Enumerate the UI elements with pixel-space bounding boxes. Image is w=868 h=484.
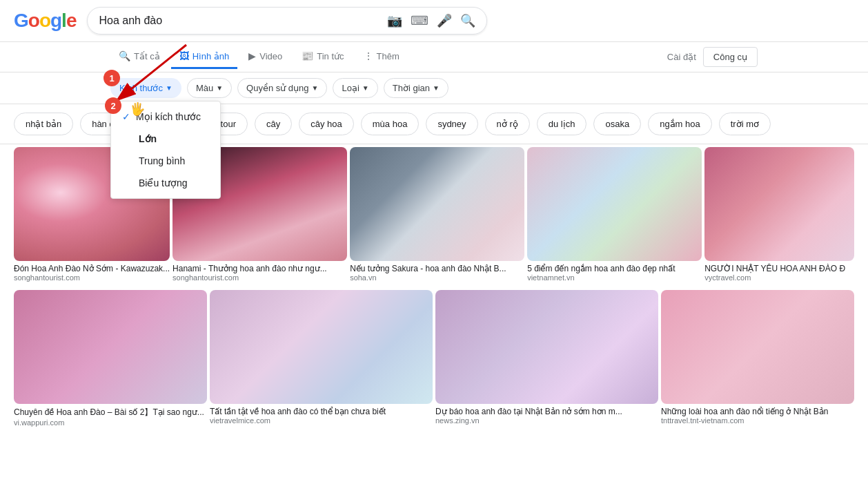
dropdown-item-large[interactable]: Lớn xyxy=(111,128,220,150)
tools-button[interactable]: Công cụ xyxy=(703,47,758,67)
settings-link[interactable]: Cài đặt xyxy=(667,52,696,62)
time-filter-btn[interactable]: Thời gian ▼ xyxy=(384,78,448,98)
image-source-5: vyctravel.com xyxy=(704,273,854,282)
size-filter-btn[interactable]: Kích thước ▼ xyxy=(110,78,181,98)
image-source-1: songhantourist.com xyxy=(14,273,170,282)
rights-filter-btn[interactable]: Quyền sử dụng ▼ xyxy=(237,78,327,98)
tab-more-label: Thêm xyxy=(377,51,400,61)
image-item-3[interactable]: Nếu tưởng Sakura - hoa anh đào Nhật B...… xyxy=(350,147,524,284)
image-source-3: soha.vn xyxy=(350,273,524,282)
color-filter-label: Màu xyxy=(196,83,213,93)
step2-badge: 2 xyxy=(105,97,121,114)
tab-video[interactable]: ▶ Video xyxy=(240,45,290,69)
more-icon: ⋮ xyxy=(364,50,373,61)
tag-nhatban[interactable]: nhật bản xyxy=(14,113,73,135)
dropdown-medium-label: Trung bình xyxy=(139,155,185,166)
tag-cayhoa[interactable]: cây hoa xyxy=(299,113,354,135)
all-icon: 🔍 xyxy=(119,50,130,61)
color-filter-btn[interactable]: Màu ▼ xyxy=(187,78,232,98)
image-title-9: Những loài hoa anh đào nổi tiếng ở Nhật … xyxy=(661,407,854,416)
nav-right: Cài đặt Công cụ xyxy=(667,47,758,67)
keyboard-icon[interactable]: ⌨ xyxy=(411,13,428,28)
image-title-5: NGƯỜI NHẬT YÊU HOA ANH ĐÀO Đ xyxy=(704,264,854,273)
image-item-8[interactable]: Dự báo hoa anh đào tại Nhật Bản nở sớm h… xyxy=(435,290,658,429)
image-source-2: songhantourist.com xyxy=(172,273,347,282)
image-title-2: Hanami - Thưởng hoa anh đào như ngư... xyxy=(172,264,347,273)
image-title-3: Nếu tưởng Sakura - hoa anh đào Nhật B... xyxy=(350,264,524,273)
microphone-icon[interactable]: 🎤 xyxy=(437,13,452,28)
size-filter-label: Kích thước xyxy=(119,83,163,93)
dropdown-large-label: Lớn xyxy=(139,133,157,144)
image-item-6[interactable]: Chuyên đề Hoa anh Đào – Bài số 2】Tại sao… xyxy=(14,290,207,429)
image-source-7: vietravelmice.com xyxy=(210,416,433,425)
tab-all[interactable]: 🔍 Tất cả xyxy=(110,45,168,69)
size-chevron-icon: ▼ xyxy=(166,84,172,92)
image-source-6: vi.wappuri.com xyxy=(14,418,207,427)
tag-cay[interactable]: cây xyxy=(255,113,292,135)
image-source-4: vietnamnet.vn xyxy=(527,273,702,282)
tag-dulich[interactable]: du lịch xyxy=(537,113,587,135)
rights-chevron-icon: ▼ xyxy=(312,84,319,92)
image-item-7[interactable]: Tất tần tật về hoa anh đào có thể bạn ch… xyxy=(210,290,433,429)
dropdown-item-all[interactable]: ✓ Mọi kích thước xyxy=(111,106,220,128)
image-title-7: Tất tần tật về hoa anh đào có thể bạn ch… xyxy=(210,407,433,416)
search-bar: 📷 ⌨ 🎤 🔍 xyxy=(87,7,487,35)
image-item-4[interactable]: 5 điểm đến ngắm hoa anh đào đẹp nhất vie… xyxy=(527,147,702,284)
tab-images[interactable]: 🖼 Hình ảnh xyxy=(171,45,238,69)
google-logo[interactable]: Google xyxy=(14,10,76,32)
size-dropdown: ✓ Mọi kích thước Lớn Trung bình Biểu tượ… xyxy=(110,101,221,199)
image-title-6: Chuyên đề Hoa anh Đào – Bài số 2】Tại sao… xyxy=(14,407,207,418)
tab-images-label: Hình ảnh xyxy=(193,51,230,61)
type-filter-btn[interactable]: Loại ▼ xyxy=(333,78,377,98)
search-icon[interactable]: 🔍 xyxy=(460,13,475,28)
dropdown-all-label: Mọi kích thước xyxy=(136,111,201,122)
tab-more[interactable]: ⋮ Thêm xyxy=(355,45,408,69)
tag-troimo[interactable]: trời mơ xyxy=(719,113,771,135)
header: Google 📷 ⌨ 🎤 🔍 xyxy=(0,0,868,42)
images-icon: 🖼 xyxy=(179,50,189,61)
tab-video-label: Video xyxy=(259,51,282,61)
tab-news[interactable]: 📰 Tin tức xyxy=(293,45,352,69)
image-title-4: 5 điểm đến ngắm hoa anh đào đẹp nhất xyxy=(527,264,702,273)
news-icon: 📰 xyxy=(302,50,313,61)
tag-osaka[interactable]: osaka xyxy=(593,113,641,135)
search-icons: 📷 ⌨ 🎤 🔍 xyxy=(387,13,475,28)
camera-icon[interactable]: 📷 xyxy=(387,13,402,28)
image-grid-row2: Chuyên đề Hoa anh Đào – Bài số 2】Tại sao… xyxy=(0,287,868,432)
filter-bar: 1 Kích thước ▼ ✓ Mọi kích thước Lớn Trun… xyxy=(0,72,868,104)
step1-badge: 1 xyxy=(103,70,120,86)
step2-badge-wrapper: 2 xyxy=(105,97,121,114)
dropdown-item-icon[interactable]: Biểu tượng xyxy=(111,172,220,194)
search-input[interactable] xyxy=(99,14,387,27)
rights-filter-label: Quyền sử dụng xyxy=(246,83,309,93)
tag-noro[interactable]: nở rộ xyxy=(485,113,530,135)
type-chevron-icon: ▼ xyxy=(362,84,369,92)
filter-bar-wrapper: 1 Kích thước ▼ ✓ Mọi kích thước Lớn Trun… xyxy=(0,72,868,104)
tag-sydney[interactable]: sydney xyxy=(426,113,477,135)
tag-ngamhoa[interactable]: ngắm hoa xyxy=(648,113,712,135)
color-chevron-icon: ▼ xyxy=(216,84,223,92)
image-item-9[interactable]: Những loài hoa anh đào nổi tiếng ở Nhật … xyxy=(661,290,854,429)
video-icon: ▶ xyxy=(248,50,256,61)
nav-tabs: 🔍 Tất cả 🖼 Hình ảnh ▶ Video 📰 Tin tức ⋮ … xyxy=(0,42,868,72)
size-filter-wrapper: 1 Kích thước ▼ ✓ Mọi kích thước Lớn Trun… xyxy=(110,78,181,98)
tab-news-label: Tin tức xyxy=(317,51,344,61)
image-item-5[interactable]: NGƯỜI NHẬT YÊU HOA ANH ĐÀO Đ vyctravel.c… xyxy=(704,147,854,284)
check-icon: ✓ xyxy=(122,111,130,122)
dropdown-icon-label: Biểu tượng xyxy=(139,177,188,188)
image-title-1: Đón Hoa Anh Đào Nở Sớm - Kawazuzak... xyxy=(14,264,170,273)
type-filter-label: Loại xyxy=(342,83,359,93)
time-filter-label: Thời gian xyxy=(393,83,430,93)
dropdown-item-medium[interactable]: Trung bình xyxy=(111,150,220,172)
image-title-8: Dự báo hoa anh đào tại Nhật Bản nở sớm h… xyxy=(435,407,658,416)
tab-all-label: Tất cả xyxy=(134,51,160,61)
tag-muahoa[interactable]: mùa hoa xyxy=(361,113,420,135)
image-source-8: news.zing.vn xyxy=(435,416,658,425)
time-chevron-icon: ▼ xyxy=(433,84,440,92)
image-source-9: tnttravel.tnt-vietnam.com xyxy=(661,416,854,425)
